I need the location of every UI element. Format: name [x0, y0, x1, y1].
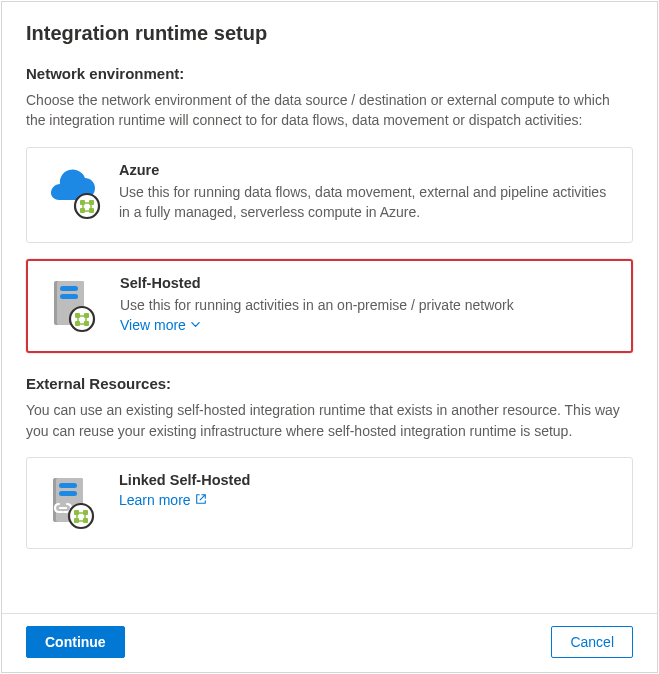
external-description: You can use an existing self-hosted inte…: [26, 400, 633, 441]
card-azure-content: Azure Use this for running data flows, d…: [119, 162, 614, 225]
card-linked-title: Linked Self-Hosted: [119, 472, 614, 488]
cancel-button[interactable]: Cancel: [551, 626, 633, 658]
svg-rect-19: [74, 510, 79, 515]
card-self-hosted-description: Use this for running activities in an on…: [120, 295, 613, 315]
linked-server-icon: [45, 474, 101, 530]
view-more-link[interactable]: View more: [120, 317, 201, 333]
card-self-hosted-title: Self-Hosted: [120, 275, 613, 291]
svg-rect-10: [75, 313, 80, 318]
svg-rect-16: [59, 483, 77, 488]
svg-rect-21: [74, 518, 79, 523]
view-more-label: View more: [120, 317, 186, 333]
card-azure[interactable]: Azure Use this for running data flows, d…: [26, 147, 633, 244]
card-self-hosted[interactable]: Self-Hosted Use this for running activit…: [26, 259, 633, 353]
card-self-hosted-content: Self-Hosted Use this for running activit…: [120, 275, 613, 333]
card-linked-self-hosted[interactable]: Linked Self-Hosted Learn more: [26, 457, 633, 549]
continue-button[interactable]: Continue: [26, 626, 125, 658]
chevron-down-icon: [190, 317, 201, 333]
svg-rect-22: [83, 518, 88, 523]
network-heading: Network environment:: [26, 65, 633, 82]
learn-more-label: Learn more: [119, 492, 191, 508]
external-link-icon: [195, 492, 207, 508]
setup-panel: Integration runtime setup Network enviro…: [1, 1, 658, 673]
svg-point-0: [75, 194, 99, 218]
page-title: Integration runtime setup: [26, 22, 633, 45]
cloud-icon: [45, 164, 101, 220]
svg-rect-11: [84, 313, 89, 318]
svg-rect-8: [60, 294, 78, 299]
svg-point-18: [69, 504, 93, 528]
card-azure-title: Azure: [119, 162, 614, 178]
svg-rect-7: [60, 286, 78, 291]
external-heading: External Resources:: [26, 375, 633, 392]
svg-rect-2: [89, 200, 94, 205]
svg-rect-12: [75, 321, 80, 326]
server-icon: [46, 277, 102, 333]
svg-rect-17: [59, 491, 77, 496]
svg-rect-1: [80, 200, 85, 205]
panel-body: Integration runtime setup Network enviro…: [2, 2, 657, 613]
card-linked-content: Linked Self-Hosted Learn more: [119, 472, 614, 508]
svg-point-9: [70, 307, 94, 331]
svg-rect-13: [84, 321, 89, 326]
svg-rect-4: [89, 208, 94, 213]
svg-rect-20: [83, 510, 88, 515]
learn-more-link[interactable]: Learn more: [119, 492, 207, 508]
external-section: External Resources: You can use an exist…: [26, 375, 633, 549]
svg-rect-3: [80, 208, 85, 213]
network-description: Choose the network environment of the da…: [26, 90, 633, 131]
card-azure-description: Use this for running data flows, data mo…: [119, 182, 614, 223]
footer: Continue Cancel: [2, 613, 657, 672]
